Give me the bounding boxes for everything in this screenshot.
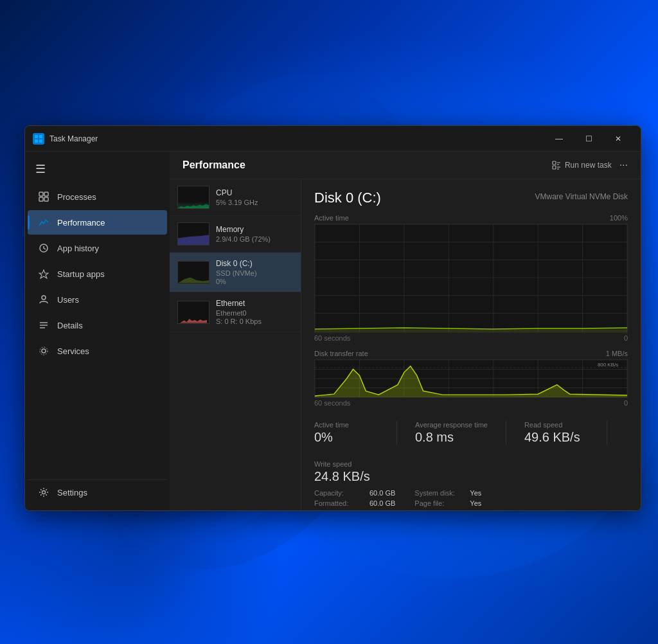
memory-thumbnail [177, 222, 209, 246]
sidebar-item-performance[interactable]: Performance [28, 210, 167, 235]
device-item-disk0[interactable]: Disk 0 (C:) SSD (NVMe) 0% [170, 253, 301, 292]
page-file-value: Yes [470, 499, 481, 507]
svg-point-14 [40, 347, 48, 355]
perf-header: Performance Run new task ··· [170, 152, 641, 179]
window-controls: — ☐ ✕ [544, 129, 633, 149]
meta-system-disk: System disk: Yes [414, 489, 511, 497]
performance-panel: Performance Run new task ··· [170, 152, 641, 510]
maximize-button[interactable]: ☐ [574, 129, 603, 149]
users-label: Users [57, 295, 79, 305]
more-options-button[interactable]: ··· [619, 159, 628, 171]
disk-info: Disk 0 (C:) SSD (NVMe) 0% [216, 259, 293, 285]
transfer-rate-chart-section: Disk transfer rate 1 MB/s [314, 350, 628, 407]
stat-divider-3 [607, 421, 607, 445]
meta-formatted: Formatted: 60.0 GB [314, 499, 395, 507]
stats-row: Active time 0% Average response time 0.8… [314, 421, 628, 484]
close-button[interactable]: ✕ [603, 129, 633, 149]
minimize-button[interactable]: — [544, 129, 574, 149]
processes-label: Processes [57, 192, 96, 202]
disk-sub: SSD (NVMe) [216, 269, 293, 277]
stat-divider-1 [396, 421, 397, 445]
svg-text:800 KB/s: 800 KB/s [598, 362, 618, 368]
app-history-label: App history [57, 244, 99, 253]
performance-label: Performance [57, 218, 105, 228]
svg-rect-3 [39, 139, 42, 143]
cpu-info: CPU 5% 3.19 GHz [216, 188, 293, 206]
svg-point-13 [42, 349, 46, 353]
svg-rect-6 [39, 197, 43, 201]
transfer-rate-zero: 0 [624, 399, 628, 407]
meta-capacity: Capacity: 60.0 GB [314, 489, 395, 497]
active-time-max: 100% [610, 214, 628, 222]
avg-response-label: Average response time [415, 421, 488, 429]
memory-sub: 2.9/4.0 GB (72%) [216, 235, 293, 243]
detail-panel: Disk 0 (C:) VMware Virtual NVMe Disk Act… [301, 179, 641, 510]
sidebar-item-details[interactable]: Details [28, 313, 167, 337]
settings-label: Settings [57, 488, 87, 497]
svg-rect-2 [35, 139, 38, 143]
run-new-task-label: Run new task [565, 161, 612, 170]
titlebar: Task Manager — ☐ ✕ [25, 126, 641, 152]
transfer-rate-svg: 800 KB/s [315, 360, 627, 397]
meta-col-right: System disk: Yes Page file: Yes Type: SS… [414, 489, 511, 510]
transfer-rate-label-row: Disk transfer rate 1 MB/s [314, 350, 628, 357]
ethernet-sub: Ethernet0 [216, 309, 293, 317]
active-time-axis: 60 seconds [314, 334, 350, 342]
cpu-thumbnail [177, 186, 209, 209]
system-disk-value: Yes [470, 489, 481, 497]
ethernet-val: S: 0 R: 0 Kbps [216, 318, 293, 325]
app-history-icon [38, 242, 49, 254]
disk-name: Disk 0 (C:) [216, 259, 293, 268]
transfer-rate-axis: 60 seconds [314, 399, 350, 407]
svg-rect-4 [39, 192, 43, 196]
detail-subtitle: VMware Virtual NVMe Disk [535, 192, 628, 201]
meta-page-file: Page file: Yes [414, 499, 511, 507]
device-item-cpu[interactable]: CPU 5% 3.19 GHz [170, 179, 301, 216]
active-time-stat-value: 0% [314, 430, 378, 445]
read-speed-value: 49.6 KB/s [524, 430, 589, 445]
read-speed-label: Read speed [524, 421, 589, 429]
services-label: Services [57, 346, 89, 356]
active-time-stat: Active time 0% [314, 421, 378, 445]
transfer-rate-max: 1 MB/s [606, 350, 628, 357]
active-time-bottom-row: 60 seconds 0 [314, 334, 628, 342]
active-time-chart [314, 224, 628, 333]
avg-response-stat: Average response time 0.8 ms [415, 421, 488, 445]
users-icon [38, 294, 49, 305]
memory-name: Memory [216, 225, 293, 234]
hamburger-menu[interactable]: ☰ [25, 157, 170, 181]
active-time-label: Active time [314, 214, 349, 222]
active-time-svg [315, 224, 627, 332]
capacity-label: Capacity: [314, 489, 366, 497]
sidebar-item-processes[interactable]: Processes [28, 184, 167, 209]
formatted-value: 60.0 GB [369, 499, 395, 507]
task-manager-window: Task Manager — ☐ ✕ ☰ Processes [24, 125, 641, 511]
run-new-task-button[interactable]: Run new task [552, 161, 612, 170]
formatted-label: Formatted: [314, 499, 366, 507]
sidebar-item-users[interactable]: Users [28, 287, 167, 312]
disk-val: 0% [216, 278, 293, 285]
perf-title: Performance [182, 159, 245, 171]
sidebar-item-app-history[interactable]: App history [28, 236, 167, 260]
active-time-chart-section: Active time 100% [314, 214, 628, 342]
performance-icon [38, 217, 49, 228]
startup-icon [38, 268, 49, 280]
sidebar-item-settings[interactable]: Settings [28, 479, 167, 505]
write-speed-value: 24.8 KB/s [314, 469, 378, 484]
ethernet-info: Ethernet Ethernet0 S: 0 R: 0 Kbps [216, 299, 293, 325]
read-speed-stat: Read speed 49.6 KB/s [524, 421, 589, 445]
app-icon [33, 133, 44, 145]
device-item-memory[interactable]: Memory 2.9/4.0 GB (72%) [170, 216, 301, 253]
active-time-zero: 0 [624, 334, 628, 342]
device-item-ethernet[interactable]: Ethernet Ethernet0 S: 0 R: 0 Kbps [170, 292, 301, 332]
active-time-label-row: Active time 100% [314, 214, 628, 222]
services-icon [38, 345, 49, 357]
details-icon [38, 319, 49, 331]
svg-rect-7 [44, 197, 48, 201]
avg-response-value: 0.8 ms [415, 430, 488, 445]
type-value: SSD (NVMe) [470, 510, 511, 510]
sidebar-item-services[interactable]: Services [28, 339, 167, 363]
sidebar-item-startup-apps[interactable]: Startup apps [28, 262, 167, 286]
transfer-rate-label: Disk transfer rate [314, 350, 368, 357]
meta-col-left: Capacity: 60.0 GB Formatted: 60.0 GB [314, 489, 395, 510]
